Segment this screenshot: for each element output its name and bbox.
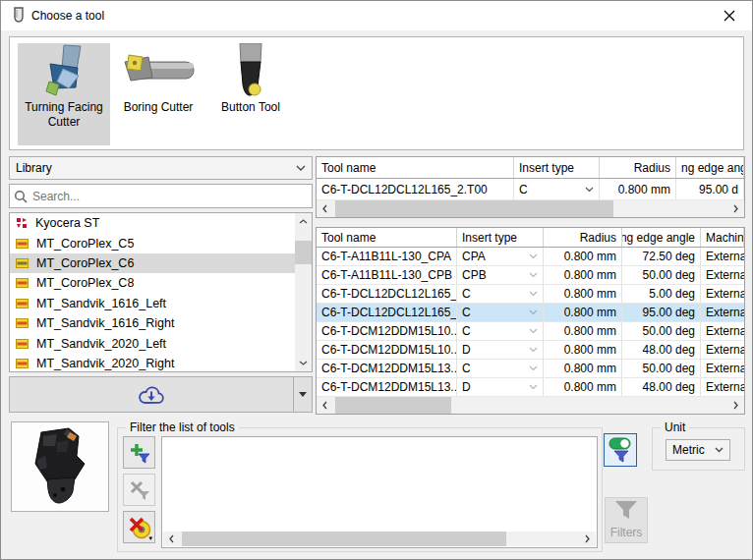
- insert-type-value: C: [462, 324, 471, 338]
- column-header[interactable]: Machining: [701, 228, 744, 247]
- tool-type-turning-facing-cutter[interactable]: Turning Facing Cutter: [18, 43, 110, 145]
- selected-tool-row[interactable]: C6-T-DCL12DCL12L165_2.T00 C 0.800 mm 95.…: [317, 179, 744, 200]
- insert-type-dropdown[interactable]: C: [457, 322, 544, 340]
- cell-edge-angle: 95.00 d: [676, 179, 744, 199]
- table-row[interactable]: C6-T-A11B11L-130_CPA CPA 0.800 mm 72.50 …: [317, 248, 744, 266]
- download-options-dropdown[interactable]: [294, 377, 312, 412]
- button-tool-image: [231, 43, 270, 98]
- table-row[interactable]: C6-T-DCM12DDM15L10... C 0.800 mm 50.00 d…: [317, 322, 744, 341]
- insert-type-dropdown[interactable]: D: [457, 341, 544, 359]
- scrollbar-thumb[interactable]: [335, 200, 613, 217]
- library-list-item[interactable]: MT_Sandvik_1616_Left: [10, 294, 295, 313]
- cell-machining: External: [701, 285, 744, 303]
- tool-type-panel: Turning Facing Cutter Boring Cutter: [9, 36, 744, 150]
- library-item-label: MT_CoroPlex_C5: [36, 237, 134, 251]
- library-icon: [16, 278, 29, 288]
- close-button[interactable]: [715, 4, 744, 28]
- library-combobox[interactable]: Library: [9, 156, 313, 180]
- scrollbar-thumb[interactable]: [335, 397, 451, 414]
- insert-type-dropdown[interactable]: C: [457, 285, 544, 303]
- column-header[interactable]: ng edge angle: [622, 228, 701, 247]
- table-row[interactable]: C6-T-DCL12DCL12L165_1 C 0.800 mm 5.00 de…: [317, 285, 744, 304]
- cell-tool-name: C6-T-A11B11L-130_CPB: [317, 266, 457, 284]
- insert-type-dropdown[interactable]: D: [457, 378, 544, 396]
- library-item-label: MT_CoroPlex_C6: [36, 256, 134, 270]
- column-header[interactable]: Tool name: [317, 157, 514, 178]
- add-filter-button[interactable]: [123, 436, 155, 469]
- library-item-label: MT_Sandvik_2020_Right: [36, 357, 174, 370]
- horizontal-scrollbar[interactable]: [317, 397, 744, 414]
- table-row[interactable]: C6-T-A11B11L-130_CPB CPB 0.800 mm 50.00 …: [317, 266, 744, 285]
- scroll-up-arrow[interactable]: [295, 213, 312, 230]
- table-row-selected[interactable]: C6-T-DCL12DCL12L165_2 C 0.800 mm 95.00 d…: [317, 304, 744, 322]
- insert-type-dropdown[interactable]: CPA: [457, 248, 544, 265]
- column-header[interactable]: Radius: [544, 228, 622, 247]
- scroll-left-arrow[interactable]: [317, 200, 333, 217]
- scroll-right-arrow[interactable]: [579, 532, 596, 546]
- chevron-down-icon: [529, 291, 538, 297]
- cell-edge-angle: 50.00 deg: [622, 360, 701, 377]
- filters-button[interactable]: Filters: [605, 497, 648, 543]
- tool-type-button-tool[interactable]: Button Tool: [206, 43, 295, 145]
- table-row[interactable]: C6-T-DCM12DDM15L13... D 0.800 mm 48.00 d…: [317, 378, 744, 397]
- insert-type-dropdown[interactable]: C: [457, 360, 544, 377]
- horizontal-scrollbar[interactable]: [317, 200, 744, 217]
- scrollbar-thumb[interactable]: [295, 241, 312, 264]
- tool-type-label: Button Tool: [219, 98, 282, 115]
- unit-group-title: Unit: [661, 420, 689, 434]
- cell-tool-name: C6-T-DCM12DDM15L13...: [317, 378, 457, 396]
- toggle-filter-button[interactable]: [604, 433, 637, 467]
- scroll-left-arrow[interactable]: [317, 397, 333, 414]
- remove-filter-button[interactable]: [123, 474, 155, 506]
- chevron-down-icon: [529, 384, 538, 390]
- search-input[interactable]: [32, 190, 308, 203]
- cell-radius: 0.800 mm: [544, 248, 622, 265]
- insert-type-value: CPA: [462, 250, 486, 263]
- column-header[interactable]: Insert type: [457, 228, 544, 247]
- close-icon: [724, 10, 735, 22]
- library-item-label: MT_Sandvik_1616_Right: [36, 316, 174, 330]
- library-list-item[interactable]: MT_CoroPlex_C8: [10, 273, 295, 293]
- library-list-item[interactable]: MT_Sandvik_2020_Left: [10, 333, 295, 353]
- clear-filters-dropdown-arrow[interactable]: ▾: [148, 534, 152, 541]
- library-list-item[interactable]: Kyocera ST: [10, 213, 295, 233]
- cell-tool-name: C6-T-DCL12DCL12L165_1: [317, 285, 457, 303]
- chevron-down-icon: [585, 187, 594, 193]
- horizontal-scrollbar[interactable]: [163, 532, 596, 546]
- scroll-down-arrow[interactable]: [295, 355, 312, 371]
- insert-type-dropdown[interactable]: C: [457, 304, 544, 321]
- library-list-item[interactable]: MT_CoroPlex_C5: [10, 233, 295, 252]
- chevron-down-icon: [529, 253, 538, 259]
- cell-machining: External: [701, 322, 744, 340]
- tool-type-boring-cutter[interactable]: Boring Cutter: [112, 43, 204, 145]
- library-item-label: MT_Sandvik_1616_Left: [36, 297, 166, 310]
- library-list-item-selected[interactable]: MT_CoroPlex_C6: [10, 253, 295, 273]
- library-list-item[interactable]: MT_Sandvik_2020_Right: [10, 354, 295, 372]
- cell-machining: External: [701, 378, 744, 396]
- insert-type-dropdown[interactable]: CPB: [457, 266, 544, 284]
- table-row[interactable]: C6-T-DCM12DDM15L10... D 0.800 mm 48.00 d…: [317, 341, 744, 360]
- chevron-down-icon: [529, 328, 538, 334]
- library-item-label: Kyocera ST: [35, 216, 99, 230]
- library-vertical-scrollbar[interactable]: [295, 213, 312, 371]
- download-library-button[interactable]: [10, 377, 294, 412]
- unit-combobox[interactable]: Metric: [666, 439, 730, 461]
- titlebar: Choose a tool: [1, 1, 752, 30]
- clear-filters-button[interactable]: ▾: [123, 511, 155, 543]
- column-header[interactable]: Radius: [600, 157, 676, 178]
- scroll-right-arrow[interactable]: [727, 200, 744, 217]
- column-header[interactable]: Insert type: [514, 157, 600, 178]
- library-list-item[interactable]: MT_Sandvik_1616_Right: [10, 313, 295, 333]
- chevron-down-icon: [529, 347, 538, 353]
- library-icon: [16, 258, 29, 268]
- active-filters-list[interactable]: [161, 436, 598, 548]
- column-header[interactable]: Tool name: [317, 228, 457, 247]
- cell-tool-name: C6-T-DCM12DDM15L13...: [317, 360, 457, 377]
- table-row[interactable]: C6-T-DCM12DDM15L13... C 0.800 mm 50.00 d…: [317, 360, 744, 378]
- scroll-right-arrow[interactable]: [727, 397, 744, 414]
- insert-type-dropdown[interactable]: C: [514, 179, 600, 199]
- library-icon: [16, 359, 29, 368]
- scrollbar-thumb[interactable]: [182, 532, 506, 546]
- column-header[interactable]: ng edge ang: [676, 157, 744, 178]
- scroll-left-arrow[interactable]: [163, 532, 180, 546]
